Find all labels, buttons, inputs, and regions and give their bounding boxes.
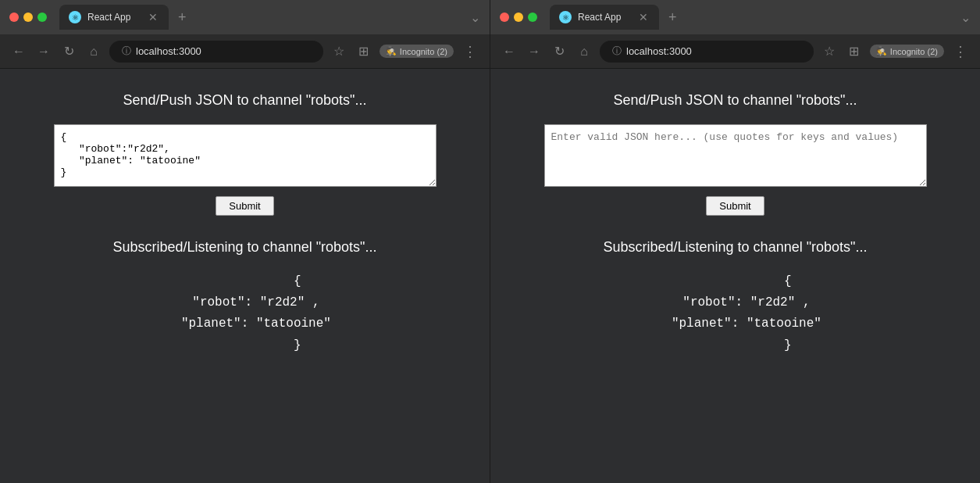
react-icon-right: ⚛ [559,11,572,23]
url-text-right: localhost:3000 [626,45,692,57]
json-display-left: { "robot": "r2d2" , "planet": "tatooine"… [159,271,331,356]
address-url-left: ⓘ localhost:3000 [122,45,201,58]
maximize-button-left[interactable] [37,13,47,22]
send-heading-right: Send/Push JSON to channel "robots"... [614,92,857,109]
page-content-right: Send/Push JSON to channel "robots"... Su… [490,69,980,483]
new-tab-right[interactable]: + [662,6,683,29]
address-input-left[interactable]: ⓘ localhost:3000 [109,41,323,63]
submit-button-right[interactable]: Submit [706,196,764,216]
tab-overflow-left[interactable]: ⌄ [470,10,480,25]
tab-right[interactable]: ⚛ React App ✕ [550,5,659,30]
json-textarea-left[interactable] [54,124,437,187]
lock-icon-left: ⓘ [122,45,131,58]
minimize-button-right[interactable] [514,13,523,22]
new-tab-left[interactable]: + [172,6,193,29]
send-heading-left: Send/Push JSON to channel "robots"... [123,92,367,109]
traffic-lights-right [500,13,537,22]
tab-close-right[interactable]: ✕ [637,11,650,23]
title-bar-left: ⚛ React App ✕ + ⌄ [0,0,490,34]
bookmark-button-right[interactable]: ☆ [820,42,839,61]
tab-title-left: React App [87,12,141,23]
tab-bar-left: ⚛ React App ✕ + ⌄ [59,5,480,30]
incognito-badge-right: 🕵 Incognito (2) [870,45,944,58]
react-icon-left: ⚛ [69,11,81,23]
incognito-text-left: Incognito (2) [400,47,447,56]
lock-icon-right: ⓘ [612,45,622,58]
incognito-icon-left: 🕵 [386,46,397,56]
close-button-left[interactable] [9,13,19,22]
address-input-right[interactable]: ⓘ localhost:3000 [600,41,814,63]
tab-overflow-right[interactable]: ⌄ [960,10,971,25]
subscribe-heading-right: Subscribed/Listening to channel "robots"… [604,239,868,256]
forward-button-left[interactable]: → [34,42,53,61]
close-button-right[interactable] [500,13,509,22]
extension-button-right[interactable]: ⊞ [845,42,864,61]
minimize-button-left[interactable] [23,13,33,22]
incognito-icon-right: 🕵 [876,46,887,56]
menu-button-right[interactable]: ⋮ [950,40,971,63]
extension-button-left[interactable]: ⊞ [355,42,373,61]
reload-button-right[interactable]: ↻ [550,42,568,61]
url-text-left: localhost:3000 [136,45,201,57]
tab-bar-right: ⚛ React App ✕ + ⌄ [550,5,971,30]
home-button-left[interactable]: ⌂ [84,42,103,61]
tab-left[interactable]: ⚛ React App ✕ [59,5,169,30]
browser-window-right: ⚛ React App ✕ + ⌄ ← → ↻ ⌂ ⓘ localhost:30… [490,0,980,483]
reload-button-left[interactable]: ↻ [59,42,78,61]
traffic-lights-left [9,13,47,22]
back-button-right[interactable]: ← [500,42,519,61]
incognito-badge-left: 🕵 Incognito (2) [380,45,454,58]
maximize-button-right[interactable] [528,13,537,22]
browser-window-left: ⚛ React App ✕ + ⌄ ← → ↻ ⌂ ⓘ localhost:30… [0,0,490,483]
address-bar-right: ← → ↻ ⌂ ⓘ localhost:3000 ☆ ⊞ 🕵 Incognito… [490,34,980,69]
home-button-right[interactable]: ⌂ [575,42,593,61]
json-display-right: { "robot": "r2d2" , "planet": "tatooine"… [649,271,821,356]
back-button-left[interactable]: ← [9,42,28,61]
page-content-left: Send/Push JSON to channel "robots"... Su… [0,69,490,483]
address-url-right: ⓘ localhost:3000 [612,45,692,58]
title-bar-right: ⚛ React App ✕ + ⌄ [490,0,980,34]
address-bar-left: ← → ↻ ⌂ ⓘ localhost:3000 ☆ ⊞ 🕵 Incognito… [0,34,490,69]
submit-button-left[interactable]: Submit [216,196,273,216]
tab-close-left[interactable]: ✕ [147,11,159,23]
tab-title-right: React App [578,12,631,23]
bookmark-button-left[interactable]: ☆ [330,42,348,61]
subscribe-heading-left: Subscribed/Listening to channel "robots"… [113,239,377,256]
menu-button-left[interactable]: ⋮ [460,40,480,63]
incognito-text-right: Incognito (2) [890,47,938,56]
json-textarea-right[interactable] [544,124,927,187]
forward-button-right[interactable]: → [525,42,543,61]
